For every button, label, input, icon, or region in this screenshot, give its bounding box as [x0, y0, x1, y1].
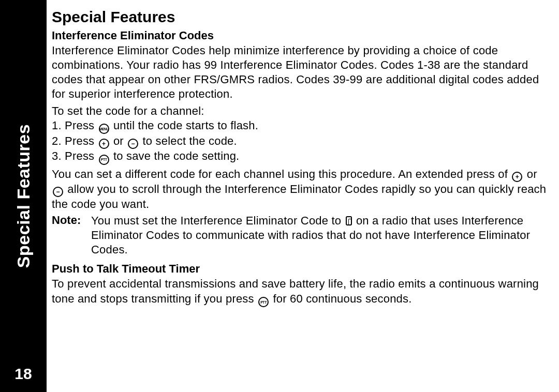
steps-lead: To set the code for a channel:: [52, 104, 547, 118]
step-2: 2. Press + or − to select the code.: [52, 134, 547, 149]
minus-icon: −: [53, 187, 63, 197]
section-ptt: Push to Talk Timeout Timer To prevent ac…: [52, 262, 547, 307]
sidebar-section-label: Special Features: [13, 124, 34, 268]
plus-icon: +: [512, 172, 522, 182]
page-number: 18: [0, 365, 47, 383]
section-heading-interference: Interference Eliminator Codes: [52, 29, 547, 42]
scroll-text-b: or: [527, 168, 537, 180]
menu-icon: MENU: [99, 124, 109, 134]
scroll-text-c: allow you to scroll through the Interfer…: [52, 183, 546, 210]
scroll-paragraph: You can set a different code for each ch…: [52, 167, 547, 212]
plus-icon: +: [99, 139, 109, 149]
note-body: You must set the Interference Eliminator…: [89, 214, 547, 257]
intro-paragraph: Interference Eliminator Codes help minim…: [52, 43, 547, 102]
ptt-text-b: for 60 continuous seconds.: [273, 292, 411, 305]
note-text-a: You must set the Interference Eliminator…: [91, 214, 345, 227]
content-area: Special Features Interference Eliminator…: [52, 8, 547, 307]
ptt-icon: PTT: [99, 155, 109, 165]
zero-glyph-icon: [346, 216, 352, 225]
ptt-icon: PTT: [258, 297, 269, 307]
manual-page: Special Features 18 Special Features Int…: [0, 0, 559, 392]
step-1: 1. Press MENU until the code starts to f…: [52, 118, 547, 134]
note-label: Note:: [52, 214, 89, 257]
sidebar: Special Features 18: [0, 0, 47, 392]
step-2-text-c: to select the code.: [143, 134, 237, 147]
step-1-text-b: until the code starts to flash.: [113, 119, 258, 132]
page-title: Special Features: [52, 8, 547, 26]
step-3-text-a: 3. Press: [52, 149, 98, 162]
step-3: 3. Press PTT to save the code setting.: [52, 149, 547, 165]
section-heading-ptt: Push to Talk Timeout Timer: [52, 262, 547, 276]
ptt-paragraph: To prevent accidental transmissions and …: [52, 277, 547, 307]
step-1-text-a: 1. Press: [52, 119, 98, 132]
minus-icon: −: [128, 139, 138, 149]
step-3-text-b: to save the code setting.: [113, 149, 240, 162]
step-2-text-b: or: [113, 134, 127, 147]
step-2-text-a: 2. Press: [52, 134, 98, 147]
scroll-text-a: You can set a different code for each ch…: [52, 168, 511, 180]
note-block: Note: You must set the Interference Elim…: [52, 214, 547, 257]
